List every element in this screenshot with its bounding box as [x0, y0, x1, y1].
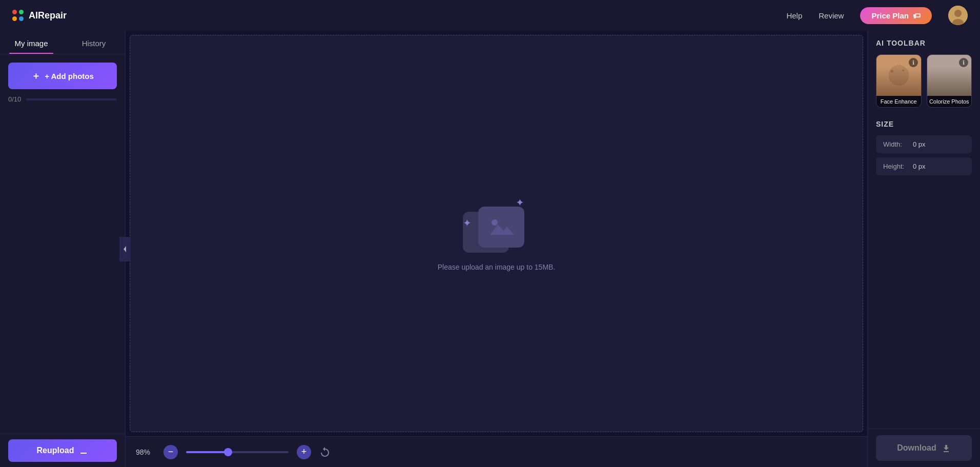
right-panel-inner: AI TOOLBAR ℹ Face Enhance — [868, 31, 980, 429]
image-placeholder-icon: ✦ ✦ — [463, 196, 529, 253]
sparkle-left-icon: ✦ — [463, 217, 472, 229]
svg-rect-3 — [487, 215, 516, 238]
download-button[interactable]: Download — [876, 435, 972, 461]
width-row: Width: 0 px — [876, 135, 972, 153]
colorize-thumbnail: ℹ — [927, 55, 972, 96]
bottom-reupload-bar: Reupload — [0, 434, 126, 467]
main-layout: My image History ＋ + Add photos 0/10 — [0, 31, 980, 467]
logo-icon — [12, 10, 24, 21]
canvas-area: ✦ ✦ Please upload an image up to 15MB. 9… — [126, 31, 867, 467]
size-title: SIZE — [876, 120, 972, 128]
plus-icon: ＋ — [31, 70, 40, 82]
photo-progress-bar — [26, 98, 117, 100]
zoom-minus-button[interactable]: − — [164, 445, 178, 459]
svg-point-1 — [954, 10, 962, 17]
dot-red — [12, 10, 17, 14]
svg-point-4 — [492, 219, 498, 226]
zoom-percent: 98% — [136, 448, 155, 456]
dot-green — [19, 10, 24, 14]
right-panel: AI TOOLBAR ℹ Face Enhance — [867, 31, 980, 467]
download-label: Download — [897, 443, 936, 453]
width-label: Width: — [883, 140, 909, 148]
height-value: 0 px — [913, 163, 926, 170]
zoom-slider[interactable] — [186, 451, 289, 453]
collapse-sidebar-button[interactable] — [119, 237, 131, 261]
dot-yellow — [12, 16, 17, 21]
price-plan-icon: 🏷 — [913, 11, 921, 20]
sidebar: My image History ＋ + Add photos 0/10 — [0, 31, 126, 467]
photo-count-row: 0/10 — [8, 95, 117, 103]
reupload-label: Reupload — [37, 446, 74, 455]
price-plan-label: Price Plan — [871, 11, 909, 20]
add-photos-button[interactable]: ＋ + Add photos — [8, 63, 117, 89]
colorize-label: Colorize Photos — [927, 96, 972, 107]
sidebar-tabs: My image History — [0, 31, 125, 54]
avatar[interactable] — [948, 6, 968, 25]
tab-history[interactable]: History — [63, 31, 125, 54]
ai-toolbar-title: AI TOOLBAR — [876, 39, 972, 47]
app-name: AIRepair — [29, 10, 67, 21]
ai-tools-grid: ℹ Face Enhance ℹ Colorize Photos — [876, 54, 972, 108]
width-value: 0 px — [913, 140, 926, 148]
tab-my-image[interactable]: My image — [0, 31, 63, 54]
reupload-button[interactable]: Reupload — [8, 439, 117, 462]
height-label: Height: — [883, 163, 909, 170]
img-icon-front — [478, 207, 524, 248]
face-enhance-label: Face Enhance — [876, 96, 921, 107]
zoom-bar: 98% − + — [126, 436, 867, 467]
header-nav: Help Review Price Plan 🏷 — [786, 6, 968, 25]
face-enhance-info-icon[interactable]: ℹ — [909, 58, 918, 67]
canvas-placeholder: ✦ ✦ Please upload an image up to 15MB. — [438, 196, 556, 271]
colorize-info-icon[interactable]: ℹ — [959, 58, 968, 67]
app-header: AIRepair Help Review Price Plan 🏷 — [0, 0, 980, 31]
colorize-photos-card[interactable]: ℹ Colorize Photos — [927, 54, 972, 108]
download-section: Download — [868, 429, 980, 467]
sidebar-wrapper: My image History ＋ + Add photos 0/10 — [0, 31, 126, 467]
help-link[interactable]: Help — [786, 11, 802, 20]
sparkle-top-icon: ✦ — [516, 196, 524, 209]
face-enhance-thumbnail: ℹ — [876, 55, 921, 96]
review-link[interactable]: Review — [819, 11, 844, 20]
refresh-button[interactable] — [319, 446, 331, 458]
logo-area: AIRepair — [12, 10, 67, 21]
face-enhance-card[interactable]: ℹ Face Enhance — [876, 54, 922, 108]
photo-count: 0/10 — [8, 95, 21, 103]
height-row: Height: 0 px — [876, 157, 972, 175]
dot-blue — [19, 16, 24, 21]
upload-hint-text: Please upload an image up to 15MB. — [438, 263, 556, 271]
zoom-plus-button[interactable]: + — [297, 445, 311, 459]
sidebar-content: ＋ + Add photos 0/10 — [0, 54, 125, 441]
canvas-viewport[interactable]: ✦ ✦ Please upload an image up to 15MB. — [130, 35, 863, 432]
price-plan-button[interactable]: Price Plan 🏷 — [860, 7, 932, 24]
